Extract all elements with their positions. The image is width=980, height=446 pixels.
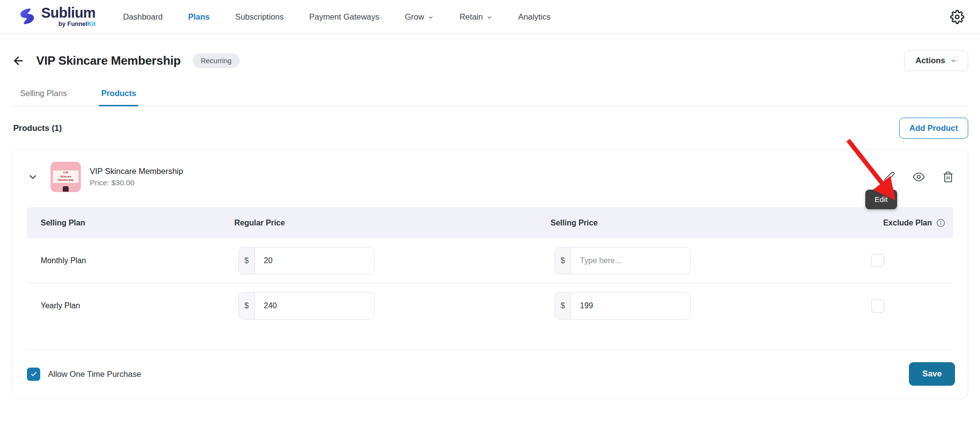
- currency-prefix: $: [239, 248, 255, 274]
- currency-prefix: $: [555, 248, 571, 274]
- regular-price-input[interactable]: [255, 293, 374, 319]
- collapse-chevron-icon[interactable]: [27, 171, 39, 183]
- plan-name: Yearly Plan: [27, 301, 234, 310]
- selling-price-cell: $: [551, 247, 847, 274]
- products-toolbar: Products (1) Add Product: [12, 118, 968, 139]
- back-arrow-icon[interactable]: [12, 54, 25, 68]
- product-thumbnail: VIP Skincare Membership: [50, 162, 81, 192]
- logo-kit-text: Kit: [87, 21, 96, 27]
- product-title: VIP Skincare Membership: [90, 167, 183, 176]
- product-card: VIP Skincare Membership VIP Skincare Mem…: [12, 149, 968, 399]
- add-product-button[interactable]: Add Product: [899, 118, 968, 139]
- edit-tooltip: Edit: [865, 190, 897, 209]
- logo-wordmark: Sublium by FunnelKit: [41, 6, 96, 27]
- recurring-badge: Recurring: [193, 53, 240, 68]
- tab-bar: Selling Plans Products: [12, 84, 968, 106]
- regular-price-cell: $: [234, 247, 551, 274]
- nav-item-plans[interactable]: Plans: [188, 12, 210, 22]
- actions-button[interactable]: Actions: [904, 50, 968, 71]
- sublium-logo[interactable]: Sublium by FunnelKit: [16, 6, 96, 27]
- selling-plans-table: Selling Plan Regular Price Selling Price…: [27, 207, 953, 328]
- selling-price-input-group: $: [554, 247, 691, 274]
- allow-one-time-purchase-checkbox[interactable]: [27, 368, 40, 381]
- nav-item-retain[interactable]: Retain: [459, 12, 493, 22]
- regular-price-input-group: $: [238, 247, 375, 274]
- nav-item-subscriptions[interactable]: Subscriptions: [235, 12, 284, 22]
- product-action-icons: Edit: [883, 171, 954, 183]
- logo-byline: by FunnelKit: [58, 21, 96, 27]
- selling-price-input-group: $: [554, 292, 691, 320]
- sublium-logo-icon: [16, 6, 36, 27]
- tab-products[interactable]: Products: [99, 84, 138, 106]
- column-header-exclude-plan: Exclude Plan: [847, 219, 953, 227]
- nav-item-dashboard[interactable]: Dashboard: [123, 12, 163, 22]
- plan-name: Monthly Plan: [27, 256, 234, 265]
- info-circle-icon[interactable]: [936, 219, 945, 227]
- edit-pencil-icon[interactable]: [883, 171, 895, 183]
- selling-price-input[interactable]: [571, 248, 690, 274]
- save-button[interactable]: Save: [909, 362, 955, 386]
- selling-price-cell: $: [551, 292, 847, 320]
- page-title: VIP Skincare Membership: [36, 54, 181, 68]
- product-price: Price: $30.00: [90, 178, 183, 187]
- currency-prefix: $: [555, 293, 571, 319]
- nav-item-grow[interactable]: Grow: [405, 12, 434, 22]
- table-header-row: Selling Plan Regular Price Selling Price…: [27, 207, 953, 238]
- logo-brand-text: Sublium: [41, 6, 96, 20]
- chevron-down-icon: [427, 14, 434, 21]
- exclude-plan-checkbox[interactable]: [871, 254, 884, 267]
- trash-delete-icon[interactable]: [942, 171, 954, 183]
- regular-price-cell: $: [234, 292, 551, 320]
- page-header: VIP Skincare Membership Recurring Action…: [12, 50, 968, 71]
- table-row: Yearly Plan $ $: [27, 283, 953, 328]
- products-count-heading: Products (1): [12, 124, 62, 133]
- thumbnail-label: VIP Skincare Membership: [52, 170, 79, 183]
- chevron-down-icon: [486, 14, 493, 21]
- selling-price-input[interactable]: [571, 293, 690, 319]
- nav-menu: Dashboard Plans Subscriptions Payment Ga…: [123, 12, 551, 22]
- top-navigation-bar: Sublium by FunnelKit Dashboard Plans Sub…: [0, 0, 980, 34]
- regular-price-input-group: $: [238, 292, 375, 320]
- eye-preview-icon[interactable]: [913, 171, 925, 183]
- page: Sublium by FunnelKit Dashboard Plans Sub…: [0, 0, 980, 446]
- allow-one-time-purchase-label: Allow One Time Purchase: [48, 370, 141, 379]
- exclude-plan-checkbox[interactable]: [871, 299, 884, 313]
- table-row: Monthly Plan $ $: [27, 238, 953, 283]
- product-header-row: VIP Skincare Membership VIP Skincare Mem…: [12, 149, 968, 204]
- card-footer: Allow One Time Purchase Save: [27, 350, 953, 398]
- nav-item-payment-gateways[interactable]: Payment Gateways: [309, 12, 379, 22]
- thumbnail-cosmetic-detail: [63, 186, 69, 192]
- column-header-regular-price: Regular Price: [234, 219, 551, 227]
- exclude-plan-cell: [847, 254, 953, 267]
- tab-selling-plans[interactable]: Selling Plans: [18, 84, 69, 106]
- exclude-plan-cell: [847, 299, 953, 313]
- check-icon: [30, 370, 38, 378]
- chevron-down-icon: [950, 57, 957, 64]
- column-header-selling-price: Selling Price: [551, 219, 847, 227]
- settings-gear-icon[interactable]: [950, 10, 964, 24]
- regular-price-input[interactable]: [255, 248, 374, 274]
- currency-prefix: $: [239, 293, 255, 319]
- product-info: VIP Skincare Membership Price: $30.00: [90, 167, 183, 187]
- nav-item-analytics[interactable]: Analytics: [518, 12, 551, 22]
- column-header-selling-plan: Selling Plan: [27, 219, 234, 227]
